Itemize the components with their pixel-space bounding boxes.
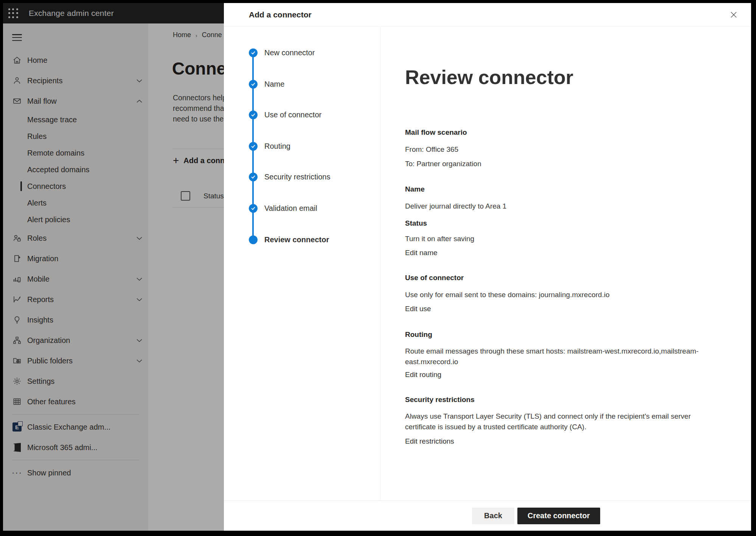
back-button[interactable]: Back (472, 508, 514, 524)
mail-flow-scenario-heading: Mail flow scenario (405, 128, 725, 137)
step-complete-icon (249, 204, 258, 213)
security-restrictions-value: Always use Transport Layer Security (TLS… (405, 411, 708, 432)
edit-restrictions-link[interactable]: Edit restrictions (405, 437, 454, 446)
routing-heading: Routing (405, 330, 725, 339)
step-complete-icon (249, 173, 258, 181)
name-value: Deliver journal directly to Area 1 (405, 201, 708, 211)
step-complete-icon (249, 80, 258, 89)
edit-use-link[interactable]: Edit use (405, 304, 431, 313)
dialog-title: Add a connector (249, 10, 312, 19)
review-title: Review connector (405, 66, 725, 89)
review-content: Review connector Mail flow scenario From… (380, 26, 751, 500)
add-connector-dialog: Add a connector New connector Name (224, 3, 751, 531)
use-of-connector-value: Use only for email sent to these domains… (405, 290, 708, 300)
routing-value: Route email messages through these smart… (405, 346, 708, 367)
step-validation-email[interactable]: Validation email (249, 204, 376, 213)
close-button[interactable] (727, 8, 740, 22)
step-review-connector[interactable]: Review connector (249, 235, 376, 244)
step-complete-icon (249, 48, 258, 57)
step-name[interactable]: Name (249, 79, 376, 89)
wizard-steps: New connector Name Use of connector Rout… (224, 26, 380, 500)
edit-routing-link[interactable]: Edit routing (405, 370, 441, 379)
step-use-of-connector[interactable]: Use of connector (249, 110, 376, 119)
step-complete-icon (249, 111, 258, 119)
dialog-footer: Back Create connector (224, 500, 751, 531)
dialog-header: Add a connector (224, 3, 751, 26)
use-of-connector-heading: Use of connector (405, 273, 725, 282)
screen: Exchange admin center Home Recipients (3, 3, 751, 531)
step-security-restrictions[interactable]: Security restrictions (249, 172, 376, 181)
edit-name-link[interactable]: Edit name (405, 248, 438, 257)
name-heading: Name (405, 185, 725, 194)
create-connector-button[interactable]: Create connector (517, 508, 600, 524)
step-complete-icon (249, 142, 258, 151)
mail-flow-from: From: Office 365 (405, 145, 708, 154)
status-heading: Status (405, 219, 725, 228)
mail-flow-to: To: Partner organization (405, 159, 708, 169)
step-routing[interactable]: Routing (249, 142, 376, 151)
security-restrictions-heading: Security restrictions (405, 395, 725, 404)
step-current-icon (249, 235, 258, 244)
status-value: Turn it on after saving (405, 234, 708, 244)
close-icon (730, 11, 738, 19)
step-new-connector[interactable]: New connector (249, 48, 376, 57)
